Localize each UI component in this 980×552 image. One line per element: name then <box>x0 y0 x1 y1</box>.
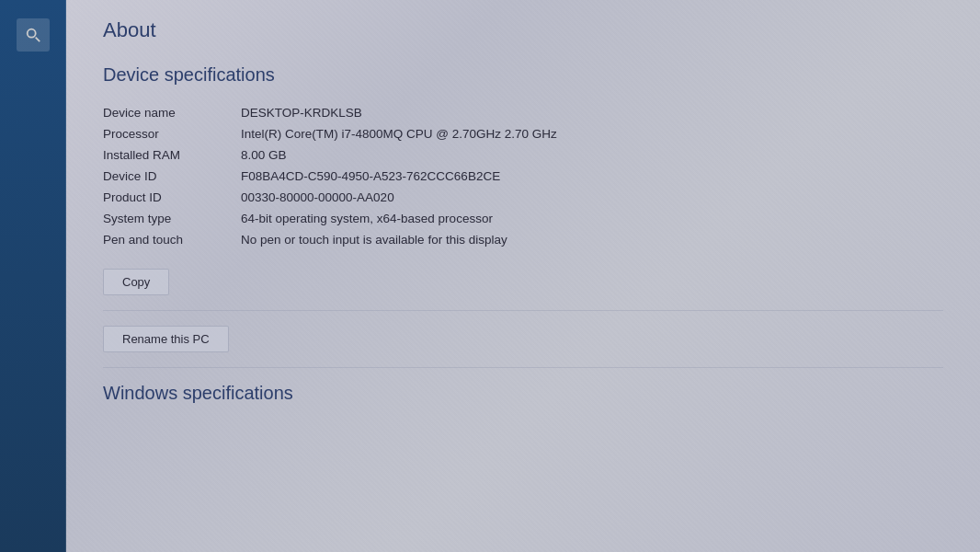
spec-value: 64-bit operating system, x64-based proce… <box>241 208 943 229</box>
spec-value: 00330-80000-00000-AA020 <box>241 187 943 208</box>
table-row: Device IDF08BA4CD-C590-4950-A523-762CCC6… <box>103 166 943 187</box>
device-specs-table: Device nameDESKTOP-KRDKLSBProcessorIntel… <box>103 102 943 250</box>
table-row: Installed RAM8.00 GB <box>103 144 943 166</box>
spec-label: Device ID <box>103 166 241 187</box>
main-content: About Device specifications Device nameD… <box>66 0 980 552</box>
spec-label: System type <box>103 208 241 229</box>
table-row: Device nameDESKTOP-KRDKLSB <box>103 102 943 123</box>
rename-pc-button[interactable]: Rename this PC <box>103 326 229 352</box>
divider <box>103 310 943 311</box>
windows-specs-section: Windows specifications <box>103 383 943 404</box>
spec-value: Intel(R) Core(TM) i7-4800MQ CPU @ 2.70GH… <box>241 123 943 144</box>
spec-label: Installed RAM <box>103 144 241 166</box>
rename-button-row: Rename this PC <box>103 326 943 352</box>
table-row: Pen and touchNo pen or touch input is av… <box>103 229 943 250</box>
spec-label: Device name <box>103 102 241 123</box>
table-row: ProcessorIntel(R) Core(TM) i7-4800MQ CPU… <box>103 123 943 144</box>
spec-label: Processor <box>103 123 241 144</box>
copy-button[interactable]: Copy <box>103 269 169 295</box>
spec-label: Product ID <box>103 187 241 208</box>
divider-2 <box>103 367 943 368</box>
sidebar <box>0 0 66 552</box>
spec-value: No pen or touch input is available for t… <box>241 229 943 250</box>
spec-value: 8.00 GB <box>241 144 943 166</box>
search-button[interactable] <box>17 18 50 52</box>
table-row: Product ID00330-80000-00000-AA020 <box>103 187 943 208</box>
device-specs-title: Device specifications <box>103 64 943 86</box>
spec-value: DESKTOP-KRDKLSB <box>241 102 943 123</box>
page-title: About <box>103 18 943 42</box>
spec-value: F08BA4CD-C590-4950-A523-762CCC66B2CE <box>241 166 943 187</box>
svg-point-0 <box>27 29 35 38</box>
search-icon <box>25 27 41 43</box>
windows-specs-title: Windows specifications <box>103 383 943 404</box>
svg-line-1 <box>35 38 40 42</box>
spec-label: Pen and touch <box>103 229 241 250</box>
copy-button-row: Copy <box>103 269 943 295</box>
table-row: System type64-bit operating system, x64-… <box>103 208 943 229</box>
